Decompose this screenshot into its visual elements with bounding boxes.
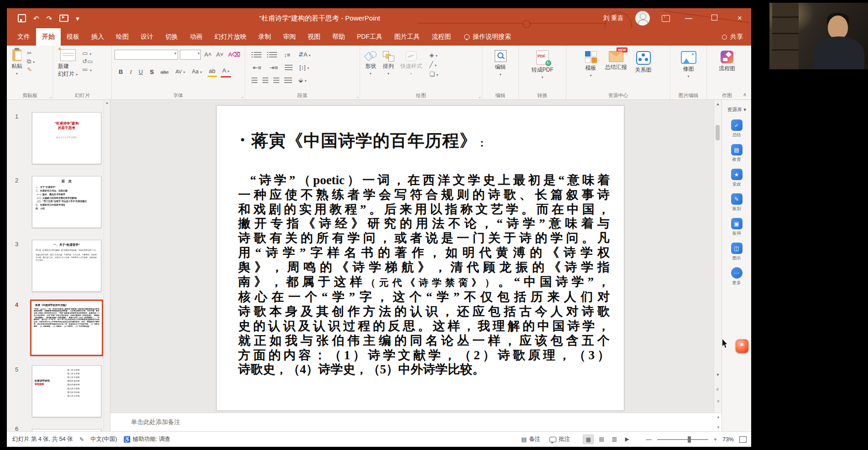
columns-icon[interactable] bbox=[285, 65, 293, 71]
scroll-down-icon[interactable]: ▼ bbox=[714, 372, 722, 377]
slide-thumbnail-3[interactable]: 一、关于“杜甫诗学” 我们查《杜甫戏为六绝句集解》称“别裁伪体亲风雅，转益多师是… bbox=[32, 240, 101, 292]
zoom-percentage[interactable]: 73% bbox=[722, 436, 734, 443]
shape-fill-icon[interactable]: ◈ ▾ bbox=[429, 52, 438, 58]
shapes-button[interactable]: 形状▾ bbox=[363, 50, 378, 77]
share-button[interactable]: 共享 bbox=[722, 28, 743, 46]
minimize-button[interactable]: — bbox=[682, 14, 695, 22]
sidebar-item-more[interactable]: ⋯更多 bbox=[731, 267, 743, 286]
italic-button[interactable]: I bbox=[128, 67, 133, 77]
slide-body-text[interactable]: “诗学”（poetic）一词，在西洋文学史上最初是“意味着一种应使不熟练者学会写… bbox=[238, 173, 610, 377]
fit-to-window-icon[interactable] bbox=[739, 436, 747, 443]
comments-toggle[interactable]: 批注 bbox=[549, 435, 570, 443]
align-text-icon[interactable]: [↕] ▾ bbox=[298, 63, 310, 73]
strikethrough-button[interactable]: abc bbox=[159, 67, 170, 77]
grow-font-icon[interactable]: A˄ bbox=[203, 50, 213, 59]
language-indicator[interactable]: 中文(中国) bbox=[90, 435, 117, 443]
slide-thumbnail-5[interactable]: 杜甫诗学研究 课程提纲 第一讲 文献编 第二讲 文本编 第三讲 作者编 第四讲 … bbox=[32, 365, 101, 417]
align-center-icon[interactable] bbox=[262, 78, 268, 84]
scroll-up-icon[interactable]: ▲ bbox=[104, 101, 110, 105]
scrollbar-thumb[interactable] bbox=[716, 125, 720, 140]
ribbon-display-options-icon[interactable] bbox=[662, 15, 670, 22]
font-size-combo[interactable] bbox=[180, 50, 201, 60]
template-button[interactable]: 模板 ▾ bbox=[583, 50, 599, 78]
tab-pdf-tools[interactable]: PDF工具 bbox=[351, 28, 388, 46]
slideshow-view-button[interactable]: ▶ bbox=[622, 434, 632, 443]
normal-view-button[interactable]: ▦ bbox=[583, 434, 594, 444]
notes-placeholder[interactable]: 单击此处添加备注 bbox=[131, 418, 180, 426]
clear-formatting-icon[interactable]: A⌫ bbox=[227, 50, 242, 59]
tab-view[interactable]: 视图 bbox=[302, 28, 326, 46]
slide-sorter-view-button[interactable]: ▤ bbox=[596, 434, 607, 443]
summary-report-button[interactable]: NEW 总结汇报 bbox=[603, 50, 629, 78]
relation-diagram-button[interactable]: 关系图 bbox=[633, 50, 654, 78]
tab-slideshow[interactable]: 幻灯片放映 bbox=[209, 28, 252, 46]
paste-button[interactable]: 粘贴 ▾ bbox=[10, 48, 24, 77]
tab-home[interactable]: 开始 bbox=[36, 28, 61, 46]
convert-smartart-icon[interactable]: ⬙ ▾ bbox=[297, 76, 308, 86]
copy-icon[interactable]: ⧉ ▾ bbox=[27, 58, 35, 64]
slide-title[interactable]: •蒋寅《中国诗学的百年历程》： bbox=[241, 129, 487, 152]
tab-animation[interactable]: 动画 bbox=[184, 28, 209, 46]
reading-view-button[interactable]: ▥ bbox=[609, 434, 619, 443]
collapse-ribbon-icon[interactable]: ∧ bbox=[743, 92, 747, 98]
sidebar-item-party[interactable]: ★党政 bbox=[731, 169, 743, 187]
sidebar-item-defense[interactable]: ▣答辩 bbox=[731, 218, 743, 237]
save-icon[interactable] bbox=[18, 14, 26, 22]
bullets-icon[interactable] bbox=[254, 52, 261, 58]
floating-promo-icon[interactable] bbox=[736, 339, 748, 353]
format-painter-icon[interactable]: ✎ bbox=[27, 67, 35, 72]
tab-draw[interactable]: 绘图 bbox=[110, 28, 135, 46]
avatar[interactable] bbox=[635, 11, 650, 26]
font-color-button[interactable]: A ▾ bbox=[221, 66, 231, 78]
tab-record[interactable]: 录制 bbox=[252, 28, 277, 46]
previous-slide-button[interactable]: » bbox=[714, 386, 722, 392]
font-dialog-launcher[interactable]: ⌟ bbox=[241, 94, 243, 98]
close-button[interactable]: × bbox=[733, 14, 747, 22]
sidebar-item-planning[interactable]: ✎策划 bbox=[731, 193, 743, 212]
clipboard-dialog-launcher[interactable]: ⌟ bbox=[50, 94, 52, 98]
sidebar-item-education[interactable]: ▤教育 bbox=[731, 144, 743, 163]
tab-help[interactable]: 帮助 bbox=[326, 28, 351, 46]
text-direction-icon[interactable]: ⇵A ▾ bbox=[297, 50, 312, 60]
tab-flowchart-tab[interactable]: 流程图 bbox=[426, 28, 457, 46]
scroll-up-icon[interactable]: ▲ bbox=[714, 102, 722, 106]
shrink-font-icon[interactable]: A˅ bbox=[215, 50, 225, 59]
maximize-button[interactable] bbox=[707, 14, 721, 22]
arrange-button[interactable]: 排列▾ bbox=[381, 50, 396, 77]
slide-thumbnail-2[interactable]: 目 次 一、关于“杜甫诗学” 二、杜甫研究与书法、石刻文献 （一）版本、赝品及书… bbox=[32, 176, 101, 228]
text-shadow-button[interactable]: S bbox=[148, 67, 155, 77]
new-slide-button[interactable]: 新建 幻灯片 ▾ bbox=[56, 48, 79, 79]
font-name-combo[interactable] bbox=[115, 50, 178, 60]
align-right-icon[interactable] bbox=[273, 78, 279, 84]
sidebar-item-summary[interactable]: ✓总结 bbox=[731, 119, 743, 138]
tab-review[interactable]: 审阅 bbox=[277, 28, 302, 46]
slide-thumbnail-1[interactable]: “杜甫诗学”建构 的若干思考 南京大学文学院 刘重喜 bbox=[32, 112, 101, 164]
shape-effects-icon[interactable]: ❏ ▾ bbox=[429, 71, 438, 77]
redo-icon[interactable]: ↷ bbox=[47, 15, 52, 22]
slide-thumbnail-4-selected[interactable]: · 蒋寅《中国诗学的百年历程》 “诗学”（poetic）一词，在西洋文学史上最初… bbox=[30, 300, 103, 356]
underline-button[interactable]: U bbox=[137, 67, 144, 77]
decrease-indent-icon[interactable]: ⇤≡ bbox=[251, 63, 262, 72]
accessibility-status[interactable]: ♿ 辅助功能: 调查 bbox=[123, 435, 170, 443]
slide-vertical-scrollbar[interactable]: ▲ ▼ » » bbox=[714, 100, 722, 413]
account-name[interactable]: 刘 重喜 bbox=[603, 14, 623, 22]
tab-picture-tools[interactable]: 图片工具 bbox=[388, 28, 426, 46]
change-case-button[interactable]: Aa ▾ bbox=[190, 67, 203, 77]
edit-button[interactable]: 编辑 ▾ bbox=[485, 49, 516, 78]
next-slide-button[interactable]: » bbox=[714, 399, 722, 404]
character-spacing-button[interactable]: AV ▾ bbox=[174, 67, 187, 77]
quick-styles-button[interactable]: 快速样式▾ bbox=[398, 50, 424, 77]
zoom-in-button[interactable]: + bbox=[714, 436, 717, 443]
notes-scroll-up-icon[interactable]: ▲ bbox=[716, 415, 720, 419]
tab-transition[interactable]: 切换 bbox=[159, 28, 184, 46]
flowchart-button[interactable]: 流程图 bbox=[710, 50, 744, 73]
drawing-dialog-launcher[interactable]: ⌟ bbox=[479, 94, 481, 98]
zoom-slider[interactable] bbox=[657, 439, 708, 440]
notes-toggle[interactable]: ▤ 备注 bbox=[521, 435, 540, 443]
justify-icon[interactable] bbox=[284, 78, 292, 84]
notes-scroll-down-icon[interactable]: ▼ bbox=[716, 425, 720, 429]
align-left-icon[interactable] bbox=[251, 78, 257, 84]
line-spacing-icon[interactable]: ↕≡ bbox=[282, 51, 292, 60]
undo-icon[interactable]: ↶ bbox=[33, 15, 39, 22]
thumbnail-scrollbar[interactable]: ▲ bbox=[104, 100, 110, 431]
